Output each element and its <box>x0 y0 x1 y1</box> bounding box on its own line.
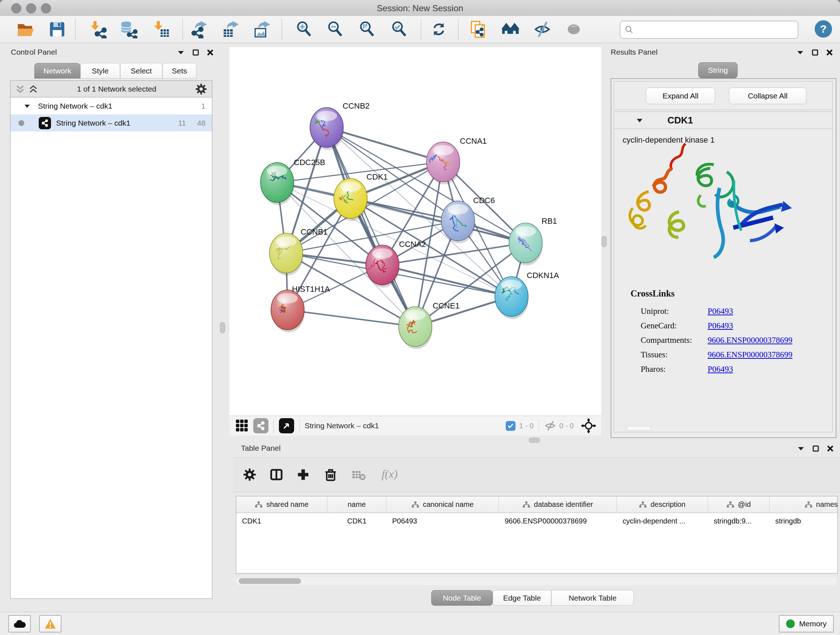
search-input[interactable] <box>636 25 798 35</box>
table-header-row[interactable]: shared namenamecanonical namedatabase id… <box>236 496 837 513</box>
table-cell[interactable]: CDK1 <box>327 513 386 529</box>
zoom-in-button[interactable] <box>294 20 314 39</box>
delete-table-icon[interactable] <box>351 467 367 483</box>
export-image-button[interactable] <box>252 20 272 39</box>
zoom-selected-button[interactable] <box>389 20 409 39</box>
tab-style[interactable]: Style <box>80 63 120 79</box>
tab-string[interactable]: String <box>698 62 737 78</box>
tab-network[interactable]: Network <box>34 63 80 79</box>
bottom-splitter-handle[interactable] <box>529 438 540 443</box>
close-panel-icon[interactable] <box>826 49 833 56</box>
collapse-all-button[interactable]: Collapse All <box>729 88 806 104</box>
tab-node-table[interactable]: Node Table <box>431 590 493 606</box>
column-header-database-identifier[interactable]: database identifier <box>499 496 617 513</box>
column-header-canonical-name[interactable]: canonical name <box>386 496 499 513</box>
table-cell[interactable]: P06493 <box>386 513 499 529</box>
export-table-button[interactable] <box>220 20 240 39</box>
collapse-triangle-icon[interactable] <box>636 118 643 123</box>
card-scrollbar-thumb[interactable] <box>627 426 651 431</box>
table-cell[interactable]: stringdb <box>769 513 838 529</box>
scrollbar-thumb[interactable] <box>239 578 301 584</box>
tab-edge-table[interactable]: Edge Table <box>493 590 551 606</box>
crosslink-link[interactable]: 9606.ENSP00000378699 <box>707 336 793 345</box>
panel-menu-icon[interactable] <box>177 50 185 55</box>
crosslink-label: GeneCard: <box>641 321 707 331</box>
function-builder-icon[interactable]: f(x) <box>377 466 402 482</box>
expand-all-button[interactable]: Expand All <box>646 88 715 104</box>
table-cell[interactable]: cyclin-dependent ... <box>617 513 708 529</box>
memory-button[interactable]: Memory <box>779 615 834 632</box>
control-panel: Control Panel Network Style Select Sets … <box>4 46 214 602</box>
export-network-button[interactable] <box>188 20 209 39</box>
birdseye-view-icon[interactable] <box>279 418 294 433</box>
float-panel-icon[interactable] <box>813 445 819 452</box>
column-header-namespace[interactable]: namespace <box>769 496 838 513</box>
hide-unhide-button[interactable] <box>532 20 553 39</box>
refresh-layout-button[interactable] <box>429 20 449 39</box>
zoom-out-button[interactable] <box>325 20 345 39</box>
import-network-database-button[interactable] <box>118 20 139 39</box>
help-button[interactable]: ? <box>815 20 832 38</box>
table-cell[interactable]: CDK1 <box>236 513 327 529</box>
grid-view-icon[interactable] <box>235 419 249 432</box>
import-table-file-button[interactable] <box>151 20 172 39</box>
crosslinks-title: CrossLinks <box>630 288 675 299</box>
crosslink-link[interactable]: P06493 <box>707 307 733 316</box>
column-header-name[interactable]: name <box>327 496 386 513</box>
expand-all-icon[interactable] <box>28 84 38 94</box>
table-options-gear-icon[interactable] <box>242 467 257 483</box>
selected-checkbox-icon[interactable] <box>506 421 515 431</box>
table-cell[interactable]: stringdb:9... <box>708 513 769 529</box>
create-column-plus-icon[interactable] <box>295 467 311 483</box>
network-view-canvas[interactable]: CCNB2CCNA1CDC25BCDK1CDC6RB1CCNB1CCNA2CDK… <box>229 47 601 416</box>
show-view-button[interactable] <box>564 20 584 39</box>
network-view-type-icon[interactable] <box>253 418 268 433</box>
search-field[interactable] <box>620 21 798 39</box>
fit-content-crosshair-icon[interactable] <box>581 418 596 433</box>
network-graph[interactable]: CCNB2CCNA1CDC25BCDK1CDC6RB1CCNB1CCNA2CDK… <box>229 47 601 416</box>
toolbar-separator <box>458 19 459 40</box>
import-network-file-button[interactable] <box>88 20 108 39</box>
delete-column-trash-icon[interactable] <box>323 467 339 483</box>
tab-select[interactable]: Select <box>120 63 163 79</box>
clone-network-button[interactable] <box>468 20 488 39</box>
warnings-button[interactable] <box>39 615 62 632</box>
left-splitter-handle[interactable] <box>220 322 225 333</box>
panel-menu-icon[interactable] <box>797 446 805 451</box>
float-panel-icon[interactable] <box>193 49 199 56</box>
crosslink-row: Pharos:P06493 <box>641 364 826 374</box>
string-home-button[interactable] <box>500 20 521 39</box>
results-panel-title: Results Panel <box>611 48 658 57</box>
close-panel-icon[interactable] <box>207 49 213 56</box>
table-cell[interactable]: 9606.ENSP00000378699 <box>499 513 617 529</box>
network-row[interactable]: String Network – cdk1 11 48 <box>11 114 212 131</box>
cloud-status-button[interactable] <box>8 615 31 632</box>
network-options-gear-icon[interactable] <box>195 83 207 95</box>
zoom-fit-button[interactable] <box>357 20 377 39</box>
gene-card-header[interactable]: CDK1 <box>614 112 832 129</box>
network-collection-row[interactable]: String Network – cdk1 1 <box>11 97 212 114</box>
close-panel-icon[interactable] <box>827 445 834 452</box>
save-session-button[interactable] <box>47 20 67 39</box>
toolbar-separator <box>182 19 183 40</box>
crosslink-label: Tissues: <box>641 350 707 359</box>
results-panel: Results Panel String Expand All Collapse… <box>605 46 840 440</box>
float-panel-icon[interactable] <box>812 49 818 56</box>
tab-network-table[interactable]: Network Table <box>551 590 634 606</box>
collapse-all-icon[interactable] <box>16 84 25 94</box>
open-session-button[interactable] <box>15 20 35 39</box>
crosslink-link[interactable]: 9606.ENSP00000378699 <box>707 350 793 359</box>
column-header--id[interactable]: @id <box>708 496 769 513</box>
crosslink-link[interactable]: P06493 <box>707 364 733 374</box>
show-column-icon[interactable] <box>268 467 284 483</box>
column-header-description[interactable]: description <box>617 496 708 513</box>
column-header-shared-name[interactable]: shared name <box>236 496 327 513</box>
collapse-triangle-icon[interactable] <box>24 104 30 108</box>
horizontal-scrollbar[interactable] <box>236 577 837 585</box>
gene-name: CDK1 <box>668 115 693 126</box>
window-title: Session: New Session <box>0 3 840 13</box>
table-row[interactable]: CDK1CDK1P064939606.ENSP00000378699cyclin… <box>236 513 837 529</box>
crosslink-link[interactable]: P06493 <box>707 321 733 331</box>
panel-menu-icon[interactable] <box>797 50 804 55</box>
tab-sets[interactable]: Sets <box>163 63 196 79</box>
